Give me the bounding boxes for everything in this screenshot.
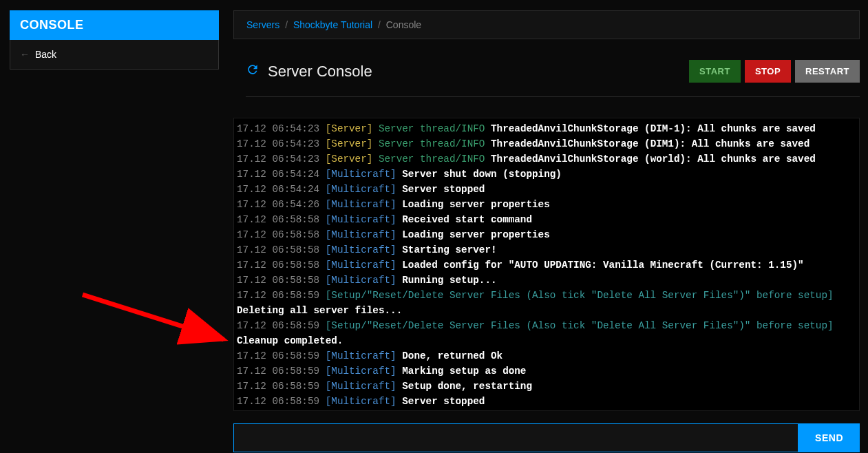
server-controls: START STOP RESTART xyxy=(689,60,860,83)
log-line: 17.12 06:54:23 [Server] Server thread/IN… xyxy=(237,121,856,136)
send-button[interactable]: SEND xyxy=(798,423,860,452)
log-line: Deleting all server files... xyxy=(237,303,856,318)
breadcrumb: Servers / Shockbyte Tutorial / Console xyxy=(233,10,860,39)
svg-line-1 xyxy=(83,295,224,339)
restart-button[interactable]: RESTART xyxy=(795,60,860,83)
back-label: Back xyxy=(35,49,56,60)
log-line: 17.12 06:58:58 [Multicraft] Running setu… xyxy=(237,273,856,288)
log-line: Cleanup completed. xyxy=(237,333,856,348)
log-line: 17.12 06:58:59 [Setup/"Reset/Delete Serv… xyxy=(237,288,856,303)
start-button[interactable]: START xyxy=(689,60,741,83)
breadcrumb-server-name[interactable]: Shockbyte Tutorial xyxy=(293,19,372,30)
log-line: 17.12 06:54:23 [Server] Server thread/IN… xyxy=(237,151,856,167)
back-arrow-icon: ← xyxy=(20,49,30,60)
sidebar-title: CONSOLE xyxy=(10,10,219,40)
log-line: 17.12 06:58:59 [Multicraft] Done, return… xyxy=(237,348,856,364)
stop-button[interactable]: STOP xyxy=(745,60,791,83)
log-line: 17.12 06:58:59 [Setup/"Reset/Delete Serv… xyxy=(237,318,856,333)
log-line: 17.12 06:58:59 [Multicraft] Marking setu… xyxy=(237,364,856,379)
log-line: 17.12 06:54:24 [Multicraft] Server shut … xyxy=(237,167,856,182)
log-line: 17.12 06:58:58 [Multicraft] Received sta… xyxy=(237,212,856,227)
command-bar: SEND xyxy=(233,423,860,452)
log-line: 17.12 06:58:59 [Multicraft] Setup done, … xyxy=(237,379,856,394)
back-button[interactable]: ← Back xyxy=(10,40,219,70)
main-content: Servers / Shockbyte Tutorial / Console S… xyxy=(233,10,860,452)
log-line: 17.12 06:58:58 [Multicraft] Loading serv… xyxy=(237,227,856,242)
log-line: 17.12 06:58:58 [Multicraft] Starting ser… xyxy=(237,242,856,257)
log-line: 17.12 06:58:58 [Multicraft] Loaded confi… xyxy=(237,257,856,273)
console-output[interactable]: 17.12 06:54:23 [Server] Server thread/IN… xyxy=(233,118,860,411)
refresh-icon[interactable] xyxy=(246,63,260,80)
breadcrumb-current: Console xyxy=(386,19,421,30)
log-line: 17.12 06:54:23 [Server] Server thread/IN… xyxy=(237,136,856,151)
console-header: Server Console START STOP RESTART xyxy=(246,60,860,97)
breadcrumb-separator: / xyxy=(378,19,381,30)
log-line: 17.12 06:58:59 [Multicraft] Server stopp… xyxy=(237,394,856,409)
log-line: 17.12 06:54:26 [Multicraft] Loading serv… xyxy=(237,197,856,212)
breadcrumb-servers[interactable]: Servers xyxy=(246,19,279,30)
annotation-arrow xyxy=(76,288,234,350)
sidebar: CONSOLE ← Back xyxy=(10,10,219,70)
console-title-wrap: Server Console xyxy=(246,63,372,81)
breadcrumb-separator: / xyxy=(285,19,288,30)
command-input[interactable] xyxy=(233,423,798,452)
console-title: Server Console xyxy=(268,63,372,81)
log-line: 17.12 06:54:24 [Multicraft] Server stopp… xyxy=(237,182,856,197)
